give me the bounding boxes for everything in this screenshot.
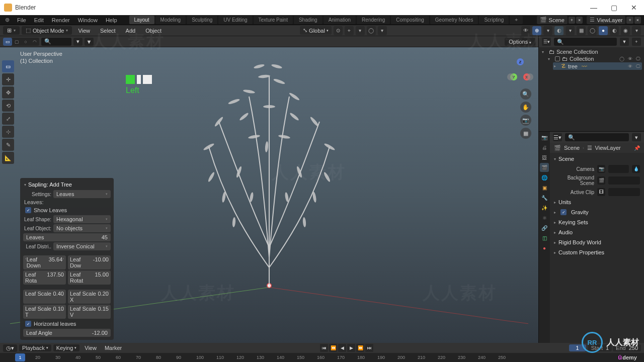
section-audio[interactable]: ▸Audio bbox=[554, 227, 640, 237]
workspace-tab-sculpting[interactable]: Sculpting bbox=[187, 16, 217, 24]
workspace-tab-compositing[interactable]: Compositing bbox=[391, 16, 429, 24]
tool-rotate[interactable]: ⟲ bbox=[2, 100, 14, 112]
exclude-icon[interactable]: ◯ bbox=[619, 56, 625, 61]
close-button[interactable]: ✕ bbox=[624, 0, 644, 15]
prop-tab-modifier[interactable]: 🔧 bbox=[540, 193, 549, 202]
timeline-view[interactable]: View bbox=[82, 344, 100, 352]
viewlayer-delete-button[interactable]: × bbox=[634, 17, 641, 24]
leaf-scale-right-field[interactable]: Leaf Scale X0.20 bbox=[68, 290, 111, 304]
prop-tab-physics[interactable]: ⚛ bbox=[540, 213, 549, 222]
axis-neg-x[interactable] bbox=[526, 73, 533, 80]
leaves-count-field[interactable]: Leaves45 bbox=[23, 233, 111, 241]
leaf-down-right-field[interactable]: Leaf Dow-10.00 bbox=[68, 255, 111, 269]
prop-tab-render[interactable]: 📷 bbox=[540, 133, 549, 142]
disable-icon[interactable]: 🖵 bbox=[635, 64, 641, 69]
menu-window[interactable]: Window bbox=[74, 16, 102, 24]
camera-view-button[interactable]: 📷 bbox=[520, 115, 531, 126]
prop-tab-viewlayer[interactable]: 🖼 bbox=[540, 153, 549, 162]
snap-toggle[interactable]: ⌖ bbox=[345, 26, 354, 35]
outliner-item-tree[interactable]: ▸☡ tree 〰 👁🖵 bbox=[553, 62, 642, 70]
section-custom-props[interactable]: ▸Custom Properties bbox=[554, 247, 640, 257]
eyedropper-icon[interactable]: 💧 bbox=[632, 165, 640, 173]
jump-start-button[interactable]: ⏮ bbox=[320, 344, 328, 352]
play-button[interactable]: ▶ bbox=[347, 344, 355, 352]
shading-material[interactable]: ◐ bbox=[610, 26, 619, 35]
workspace-tab-uv-editing[interactable]: UV Editing bbox=[218, 16, 252, 24]
viewlayer-selector[interactable]: ☰ ViewLayer bbox=[587, 16, 625, 24]
select-lasso-icon[interactable]: ◠ bbox=[30, 38, 39, 46]
collection-checkbox[interactable] bbox=[555, 56, 560, 61]
leaf-rot-right-field[interactable]: Leaf Rotat15.00 bbox=[68, 270, 111, 285]
gizmo-options[interactable]: ▾ bbox=[543, 26, 552, 35]
xray-toggle[interactable]: ▦ bbox=[577, 26, 586, 35]
overlay-toggle[interactable]: ◐ bbox=[554, 26, 564, 35]
keyframe-prev-button[interactable]: ⏪ bbox=[329, 344, 337, 352]
disable-icon[interactable]: 🖵 bbox=[635, 56, 641, 61]
menu-add[interactable]: Add bbox=[122, 27, 140, 35]
shading-rendered[interactable]: ◉ bbox=[621, 26, 630, 35]
section-units[interactable]: ▸Units bbox=[554, 197, 640, 207]
crumb-scene[interactable]: Scene bbox=[564, 145, 580, 151]
perspective-toggle[interactable]: ▦ bbox=[520, 128, 531, 139]
editor-type-dropdown[interactable]: ⊞ ▾ bbox=[3, 26, 20, 35]
leaf-scale-left-field[interactable]: Leaf Scale0.40 bbox=[23, 290, 66, 304]
camera-field[interactable] bbox=[608, 165, 629, 173]
scene-selector[interactable]: 🎬 Scene bbox=[537, 16, 568, 24]
outliner-collection[interactable]: ▾ 🗀 Collection ◯👁🖵 bbox=[547, 55, 642, 62]
crumb-viewlayer[interactable]: ViewLayer bbox=[595, 145, 621, 151]
select-box-icon[interactable]: ▢ bbox=[12, 38, 21, 46]
leaf-shape-dropdown[interactable]: Hexagonal▾ bbox=[53, 215, 111, 223]
viewlayer-new-button[interactable]: + bbox=[626, 17, 633, 24]
prop-tab-scene[interactable]: 🎬 bbox=[540, 163, 549, 172]
keying-dropdown[interactable]: Keying▾ bbox=[53, 344, 80, 351]
background-field[interactable] bbox=[608, 176, 640, 185]
timeline-marker[interactable]: Marker bbox=[102, 344, 125, 352]
scene-picker-icon[interactable]: 🎬 bbox=[597, 176, 605, 185]
leaf-down-left-field[interactable]: ‹Leaf Down35.64› bbox=[23, 255, 66, 269]
prop-tab-data[interactable]: ◫ bbox=[540, 233, 549, 242]
timeline-ruler[interactable]: 1 10203040506070809010011012013014015016… bbox=[0, 353, 644, 362]
pan-button[interactable]: ✋ bbox=[520, 102, 531, 113]
proportional-options[interactable]: ▾ bbox=[378, 26, 387, 35]
visibility-dropdown[interactable]: 👁 bbox=[521, 26, 530, 35]
show-leaves-checkbox[interactable]: ✓Show Leaves bbox=[23, 206, 111, 214]
menu-object[interactable]: Object bbox=[141, 27, 166, 35]
3d-viewport[interactable]: User Perspective (1) Collection Left ▭ ✛… bbox=[0, 47, 538, 343]
axis-z[interactable]: Z bbox=[517, 58, 524, 65]
workspace-add-button[interactable]: + bbox=[510, 16, 523, 24]
prop-tab-object[interactable]: ▣ bbox=[540, 183, 549, 192]
workspace-tab-animation[interactable]: Animation bbox=[324, 16, 356, 24]
leaf-object-dropdown[interactable]: No objects▾ bbox=[53, 224, 111, 232]
menu-view[interactable]: View bbox=[74, 27, 94, 35]
horizontal-leaves-checkbox[interactable]: ✓Horizontal leaves bbox=[23, 320, 111, 328]
minimize-button[interactable]: — bbox=[584, 0, 604, 15]
jump-end-button[interactable]: ⏭ bbox=[365, 344, 373, 352]
leaf-rot-left-field[interactable]: Leaf Rota137.50 bbox=[23, 270, 66, 285]
tool-transform[interactable]: ⊹ bbox=[2, 126, 14, 138]
operator-panel-title[interactable]: Sapling: Add Tree bbox=[23, 180, 111, 189]
camera-picker-icon[interactable]: 📷 bbox=[597, 165, 605, 173]
shading-options[interactable]: ▾ bbox=[632, 26, 641, 35]
shading-solid[interactable]: ● bbox=[599, 26, 608, 35]
hide-icon[interactable]: 👁 bbox=[627, 56, 633, 61]
navigation-gizmo[interactable]: Z Y X bbox=[507, 58, 533, 84]
tool-scale[interactable]: ⤢ bbox=[2, 113, 14, 125]
section-scene[interactable]: ▾Scene bbox=[554, 154, 640, 164]
outliner-scene-collection[interactable]: ▾🗀 Scene Collection bbox=[541, 48, 642, 55]
pivot-dropdown[interactable]: ⊙ bbox=[334, 26, 343, 35]
workspace-tab-scripting[interactable]: Scripting bbox=[479, 16, 509, 24]
playhead[interactable]: 1 bbox=[15, 353, 25, 361]
menu-file[interactable]: File bbox=[13, 16, 30, 24]
outliner-new-collection[interactable]: + bbox=[632, 38, 641, 46]
workspace-tab-shading[interactable]: Shading bbox=[294, 16, 323, 24]
options-dropdown[interactable]: Options ▾ bbox=[505, 38, 535, 46]
workspace-tab-layout[interactable]: Layout bbox=[129, 16, 154, 24]
header-filter[interactable]: ▾ bbox=[73, 38, 83, 46]
outliner-search[interactable]: 🔍 bbox=[554, 38, 617, 46]
select-circle-icon[interactable]: ○ bbox=[21, 38, 30, 46]
pin-icon[interactable]: 📌 bbox=[634, 145, 640, 151]
section-gravity[interactable]: ▸✓Gravity bbox=[554, 207, 640, 217]
workspace-tab-modeling[interactable]: Modeling bbox=[155, 16, 186, 24]
menu-render[interactable]: Render bbox=[48, 16, 74, 24]
tool-annotate[interactable]: ✎ bbox=[2, 139, 14, 151]
